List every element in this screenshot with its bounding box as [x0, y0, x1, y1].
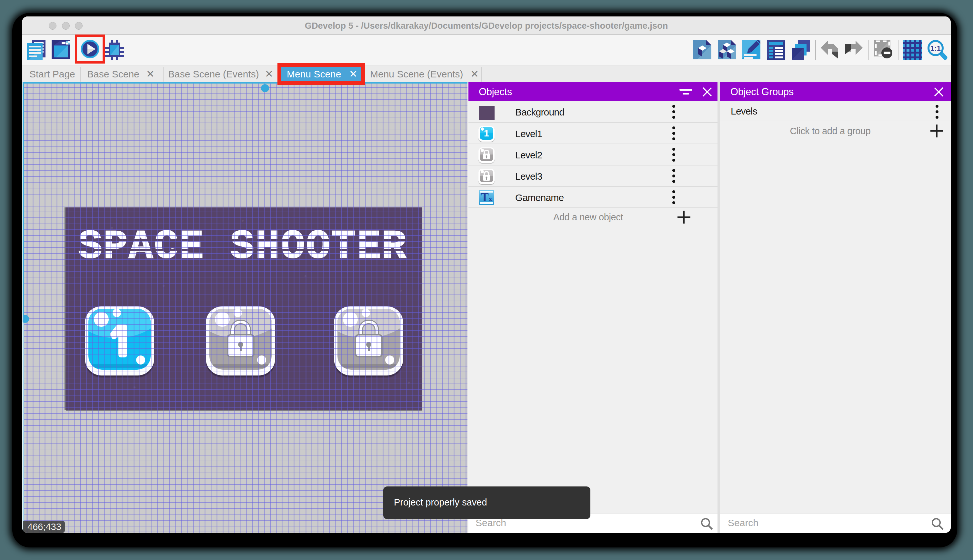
svg-text:1:1: 1:1	[930, 44, 941, 52]
